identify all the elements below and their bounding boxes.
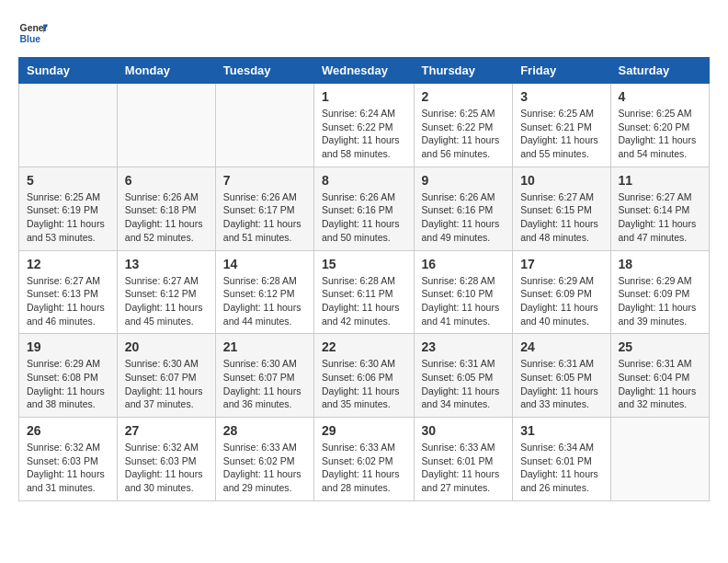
calendar-cell: 11Sunrise: 6:27 AMSunset: 6:14 PMDayligh… bbox=[610, 167, 709, 250]
day-number: 22 bbox=[322, 339, 406, 354]
calendar-cell: 20Sunrise: 6:30 AMSunset: 6:07 PMDayligh… bbox=[117, 334, 215, 418]
calendar-cell: 19Sunrise: 6:29 AMSunset: 6:08 PMDayligh… bbox=[19, 334, 118, 418]
day-info: Sunrise: 6:25 AMSunset: 6:21 PMDaylight:… bbox=[520, 108, 598, 159]
day-number: 17 bbox=[520, 257, 602, 271]
calendar-cell: 16Sunrise: 6:28 AMSunset: 6:10 PMDayligh… bbox=[414, 250, 513, 334]
day-info: Sunrise: 6:25 AMSunset: 6:22 PMDaylight:… bbox=[422, 108, 500, 159]
day-info: Sunrise: 6:25 AMSunset: 6:20 PMDaylight:… bbox=[619, 108, 697, 159]
calendar-cell bbox=[117, 84, 215, 167]
day-info: Sunrise: 6:27 AMSunset: 6:12 PMDaylight:… bbox=[125, 275, 203, 327]
day-number: 9 bbox=[422, 173, 506, 188]
calendar-cell: 27Sunrise: 6:32 AMSunset: 6:03 PMDayligh… bbox=[117, 418, 215, 501]
day-info: Sunrise: 6:31 AMSunset: 6:04 PMDaylight:… bbox=[619, 358, 697, 409]
calendar-cell: 25Sunrise: 6:31 AMSunset: 6:04 PMDayligh… bbox=[610, 334, 709, 418]
day-info: Sunrise: 6:29 AMSunset: 6:09 PMDaylight:… bbox=[520, 275, 598, 327]
day-info: Sunrise: 6:29 AMSunset: 6:08 PMDaylight:… bbox=[27, 358, 105, 409]
calendar-week-3: 12Sunrise: 6:27 AMSunset: 6:13 PMDayligh… bbox=[19, 250, 710, 334]
weekday-thursday: Thursday bbox=[414, 58, 513, 84]
day-info: Sunrise: 6:32 AMSunset: 6:03 PMDaylight:… bbox=[27, 442, 105, 493]
calendar-cell: 23Sunrise: 6:31 AMSunset: 6:05 PMDayligh… bbox=[414, 334, 513, 418]
day-info: Sunrise: 6:32 AMSunset: 6:03 PMDaylight:… bbox=[125, 442, 203, 493]
day-number: 16 bbox=[422, 257, 506, 271]
logo-icon: General Blue bbox=[18, 18, 48, 48]
calendar-cell: 13Sunrise: 6:27 AMSunset: 6:12 PMDayligh… bbox=[117, 250, 215, 334]
day-info: Sunrise: 6:31 AMSunset: 6:05 PMDaylight:… bbox=[422, 358, 500, 409]
day-info: Sunrise: 6:29 AMSunset: 6:09 PMDaylight:… bbox=[619, 275, 697, 327]
calendar-week-5: 26Sunrise: 6:32 AMSunset: 6:03 PMDayligh… bbox=[19, 418, 710, 501]
weekday-sunday: Sunday bbox=[19, 58, 118, 84]
calendar-cell: 17Sunrise: 6:29 AMSunset: 6:09 PMDayligh… bbox=[513, 250, 610, 334]
calendar-cell: 10Sunrise: 6:27 AMSunset: 6:15 PMDayligh… bbox=[513, 167, 610, 250]
day-info: Sunrise: 6:26 AMSunset: 6:17 PMDaylight:… bbox=[223, 191, 301, 243]
day-info: Sunrise: 6:33 AMSunset: 6:01 PMDaylight:… bbox=[422, 442, 500, 493]
weekday-monday: Monday bbox=[117, 58, 215, 84]
day-number: 26 bbox=[27, 423, 109, 438]
day-info: Sunrise: 6:26 AMSunset: 6:18 PMDaylight:… bbox=[125, 191, 203, 243]
calendar-cell: 22Sunrise: 6:30 AMSunset: 6:06 PMDayligh… bbox=[313, 334, 414, 418]
day-info: Sunrise: 6:28 AMSunset: 6:10 PMDaylight:… bbox=[422, 275, 500, 327]
weekday-tuesday: Tuesday bbox=[215, 58, 313, 84]
calendar-cell: 28Sunrise: 6:33 AMSunset: 6:02 PMDayligh… bbox=[215, 418, 313, 501]
logo: General Blue bbox=[18, 18, 48, 48]
calendar-cell: 2Sunrise: 6:25 AMSunset: 6:22 PMDaylight… bbox=[414, 84, 513, 167]
calendar-cell: 1Sunrise: 6:24 AMSunset: 6:22 PMDaylight… bbox=[313, 84, 414, 167]
day-info: Sunrise: 6:26 AMSunset: 6:16 PMDaylight:… bbox=[422, 191, 500, 243]
day-number: 1 bbox=[322, 89, 406, 104]
day-info: Sunrise: 6:33 AMSunset: 6:02 PMDaylight:… bbox=[322, 442, 400, 493]
day-info: Sunrise: 6:26 AMSunset: 6:16 PMDaylight:… bbox=[322, 191, 400, 243]
day-number: 6 bbox=[125, 173, 208, 188]
day-number: 14 bbox=[223, 257, 306, 271]
calendar-cell bbox=[215, 84, 313, 167]
calendar-cell: 14Sunrise: 6:28 AMSunset: 6:12 PMDayligh… bbox=[215, 250, 313, 334]
calendar-cell: 7Sunrise: 6:26 AMSunset: 6:17 PMDaylight… bbox=[215, 167, 313, 250]
day-number: 11 bbox=[619, 173, 701, 188]
day-number: 4 bbox=[619, 89, 701, 104]
day-number: 3 bbox=[520, 89, 602, 104]
day-number: 2 bbox=[422, 89, 506, 104]
calendar-cell: 18Sunrise: 6:29 AMSunset: 6:09 PMDayligh… bbox=[610, 250, 709, 334]
calendar-cell: 4Sunrise: 6:25 AMSunset: 6:20 PMDaylight… bbox=[610, 84, 709, 167]
day-info: Sunrise: 6:30 AMSunset: 6:07 PMDaylight:… bbox=[125, 358, 203, 409]
day-info: Sunrise: 6:33 AMSunset: 6:02 PMDaylight:… bbox=[223, 442, 301, 493]
day-number: 8 bbox=[322, 173, 406, 188]
calendar-week-2: 5Sunrise: 6:25 AMSunset: 6:19 PMDaylight… bbox=[19, 167, 710, 250]
day-number: 20 bbox=[125, 339, 208, 354]
day-number: 28 bbox=[223, 423, 306, 438]
day-number: 21 bbox=[223, 339, 306, 354]
calendar-table: SundayMondayTuesdayWednesdayThursdayFrid… bbox=[18, 57, 710, 501]
calendar-cell: 9Sunrise: 6:26 AMSunset: 6:16 PMDaylight… bbox=[414, 167, 513, 250]
day-info: Sunrise: 6:28 AMSunset: 6:12 PMDaylight:… bbox=[223, 275, 301, 327]
calendar-cell bbox=[19, 84, 118, 167]
calendar-cell: 6Sunrise: 6:26 AMSunset: 6:18 PMDaylight… bbox=[117, 167, 215, 250]
day-info: Sunrise: 6:27 AMSunset: 6:14 PMDaylight:… bbox=[619, 191, 697, 243]
day-number: 18 bbox=[619, 257, 701, 271]
day-number: 23 bbox=[422, 339, 506, 354]
calendar-week-1: 1Sunrise: 6:24 AMSunset: 6:22 PMDaylight… bbox=[19, 84, 710, 167]
day-number: 12 bbox=[27, 257, 109, 271]
weekday-wednesday: Wednesday bbox=[313, 58, 414, 84]
day-info: Sunrise: 6:27 AMSunset: 6:13 PMDaylight:… bbox=[27, 275, 105, 327]
day-number: 30 bbox=[422, 423, 506, 438]
calendar-cell: 31Sunrise: 6:34 AMSunset: 6:01 PMDayligh… bbox=[513, 418, 610, 501]
day-number: 24 bbox=[520, 339, 602, 354]
day-info: Sunrise: 6:24 AMSunset: 6:22 PMDaylight:… bbox=[322, 108, 400, 159]
calendar-cell: 12Sunrise: 6:27 AMSunset: 6:13 PMDayligh… bbox=[19, 250, 118, 334]
calendar-week-4: 19Sunrise: 6:29 AMSunset: 6:08 PMDayligh… bbox=[19, 334, 710, 418]
day-info: Sunrise: 6:25 AMSunset: 6:19 PMDaylight:… bbox=[27, 191, 105, 243]
day-info: Sunrise: 6:34 AMSunset: 6:01 PMDaylight:… bbox=[520, 442, 598, 493]
calendar-cell: 15Sunrise: 6:28 AMSunset: 6:11 PMDayligh… bbox=[313, 250, 414, 334]
weekday-saturday: Saturday bbox=[610, 58, 709, 84]
calendar-cell: 5Sunrise: 6:25 AMSunset: 6:19 PMDaylight… bbox=[19, 167, 118, 250]
day-info: Sunrise: 6:28 AMSunset: 6:11 PMDaylight:… bbox=[322, 275, 400, 327]
calendar-cell: 21Sunrise: 6:30 AMSunset: 6:07 PMDayligh… bbox=[215, 334, 313, 418]
day-number: 5 bbox=[27, 173, 109, 188]
calendar-cell: 30Sunrise: 6:33 AMSunset: 6:01 PMDayligh… bbox=[414, 418, 513, 501]
calendar-cell bbox=[610, 418, 709, 501]
calendar-cell: 29Sunrise: 6:33 AMSunset: 6:02 PMDayligh… bbox=[313, 418, 414, 501]
day-number: 15 bbox=[322, 257, 406, 271]
page-header: General Blue bbox=[18, 18, 710, 48]
day-number: 31 bbox=[520, 423, 602, 438]
calendar-cell: 24Sunrise: 6:31 AMSunset: 6:05 PMDayligh… bbox=[513, 334, 610, 418]
day-number: 13 bbox=[125, 257, 208, 271]
day-number: 25 bbox=[619, 339, 701, 354]
